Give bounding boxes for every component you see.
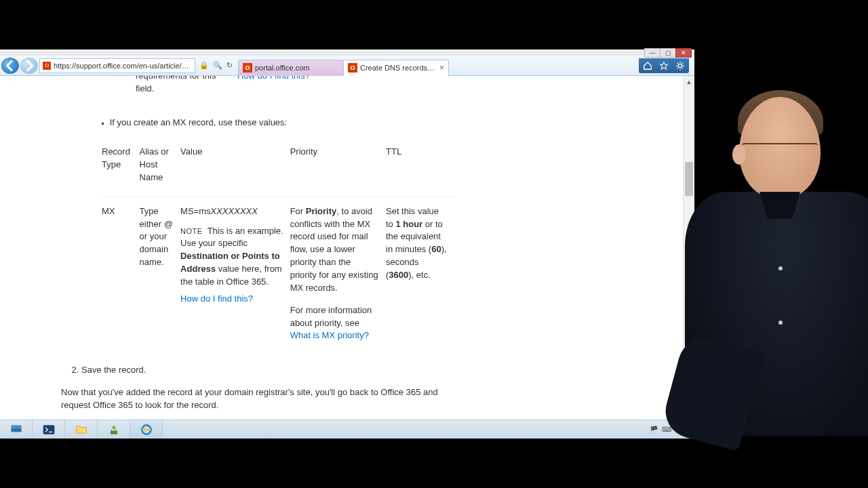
table-row: MX Type either @ or your domain name. MS… (102, 197, 454, 350)
tray-clock-text[interactable]: 2016 (675, 426, 690, 433)
cell-value: MS=msXXXXXXXX NOTE This is an example. U… (180, 197, 290, 350)
th-record-type: Record Type (102, 138, 140, 197)
cell-priority: For Priority, to avoid conflicts with th… (290, 197, 386, 350)
mx-values-table: Record Type Alias or Host Name Value Pri… (102, 138, 454, 350)
priority-a: For (290, 206, 306, 216)
caption-buttons: — ▢ ✕ (645, 48, 692, 58)
ie-command-bar (639, 58, 689, 73)
browser-tabs: O portal.office.com O Create DNS records… (238, 56, 448, 76)
ttl-1hour: 1 hour (395, 219, 422, 229)
windows-taskbar: 🏴 ⌨ 2016 (0, 420, 694, 439)
th-priority: Priority (290, 138, 386, 197)
desktop-stage: — ▢ ✕ O https://support.office.com/en-us… (0, 49, 868, 439)
scroll-up-button[interactable]: ▲ (684, 76, 694, 87)
tab-favicon-icon: O (348, 63, 357, 73)
taskbar-server-manager[interactable] (0, 420, 33, 439)
taskbar-powershell[interactable] (33, 420, 65, 439)
ie-window: — ▢ ✕ O https://support.office.com/en-us… (0, 49, 694, 436)
note-label: NOTE (180, 227, 203, 235)
address-bar[interactable]: O https://support.office.com/en-us/artic… (39, 58, 195, 73)
cell-record-type: MX (102, 197, 140, 350)
tab-favicon-icon: O (243, 63, 252, 73)
tab-portal-office[interactable]: O portal.office.com (238, 60, 344, 76)
tools-gear-icon[interactable] (675, 61, 685, 70)
value-prefix: MS=ms (180, 206, 210, 216)
svg-rect-3 (43, 425, 54, 434)
window-maximize-button[interactable]: ▢ (660, 48, 676, 58)
address-url-text: https://support.office.com/en-us/article… (54, 62, 192, 70)
tab-title: Create DNS records for Offi... (360, 64, 437, 72)
mx-heading-text: If you create an MX record, use these va… (110, 117, 288, 129)
address-tools: 🔒 🔍 ↻ (199, 61, 233, 70)
taskbar-file-explorer[interactable] (65, 420, 98, 439)
svg-rect-5 (111, 430, 117, 434)
how-find-link[interactable]: How do I find this? (180, 293, 253, 304)
nav-forward-button[interactable] (20, 58, 38, 74)
scroll-track[interactable] (684, 87, 694, 424)
tab-create-dns-records[interactable]: O Create DNS records for Offi... × (343, 60, 449, 76)
scroll-thumb[interactable] (685, 162, 693, 196)
nav-back-button[interactable] (1, 58, 19, 74)
value-placeholder: XXXXXXXX (211, 206, 258, 216)
tab-title: portal.office.com (255, 64, 339, 72)
taskbar-iis-manager[interactable] (98, 420, 130, 439)
svg-rect-2 (11, 428, 21, 432)
svg-point-4 (112, 426, 115, 429)
tray-keyboard-icon[interactable]: ⌨ (662, 426, 671, 433)
vertical-scrollbar[interactable]: ▲ ▼ (683, 76, 694, 435)
taskbar-internet-explorer[interactable] (130, 420, 163, 439)
how-find-link[interactable]: How do I find this? (237, 76, 310, 81)
letterbox-top (0, 0, 868, 49)
priority-b: , to avoid conflicts with the MX record … (290, 206, 378, 293)
th-ttl: TTL (386, 138, 454, 197)
page-content: NOTE Different DNS hosts have different … (0, 76, 683, 435)
th-alias: Alias or Host Name (140, 138, 181, 197)
svg-point-0 (678, 64, 682, 67)
paragraph-return-office365: Now that you've added the record at your… (61, 386, 468, 412)
window-title-bar: — ▢ ✕ (0, 49, 694, 56)
ttl-d: ), etc. (408, 270, 431, 280)
home-icon[interactable] (643, 61, 652, 70)
tray-flag-icon[interactable]: 🏴 (650, 426, 658, 433)
priority-c: For more information about priority, see (290, 305, 372, 328)
ttl-60: 60 (431, 244, 441, 254)
window-minimize-button[interactable]: — (644, 48, 660, 58)
tab-close-icon[interactable]: × (439, 63, 444, 73)
favorites-icon[interactable] (659, 61, 669, 70)
cell-alias: Type either @ or your domain name. (140, 197, 181, 350)
mx-priority-link[interactable]: What is MX priority? (290, 330, 369, 340)
window-close-button[interactable]: ✕ (675, 48, 692, 58)
letterbox-bottom (0, 439, 868, 488)
numbered-steps: Save the record. (81, 364, 622, 377)
refresh-icon[interactable]: ↻ (226, 61, 233, 70)
cell-ttl: Set this value to 1 hour or to the equiv… (386, 197, 454, 350)
ttl-3600: 3600 (389, 270, 408, 280)
partial-upper-table-row: NOTE Different DNS hosts have different … (102, 76, 622, 100)
search-icon[interactable]: 🔍 (213, 61, 222, 70)
browser-nav-bar: O https://support.office.com/en-us/artic… (0, 56, 694, 76)
th-value: Value (180, 138, 290, 197)
page-viewport: NOTE Different DNS hosts have different … (0, 76, 694, 435)
note-text: Different DNS hosts have different requi… (136, 76, 222, 94)
security-lock-icon[interactable]: 🔒 (199, 61, 209, 70)
step-2: Save the record. (81, 364, 622, 377)
favicon-icon: O (43, 62, 51, 70)
mx-record-heading: If you create an MX record, use these va… (102, 117, 622, 129)
taskbar-tray: 🏴 ⌨ 2016 (650, 420, 694, 439)
priority-bold: Priority (306, 206, 337, 216)
